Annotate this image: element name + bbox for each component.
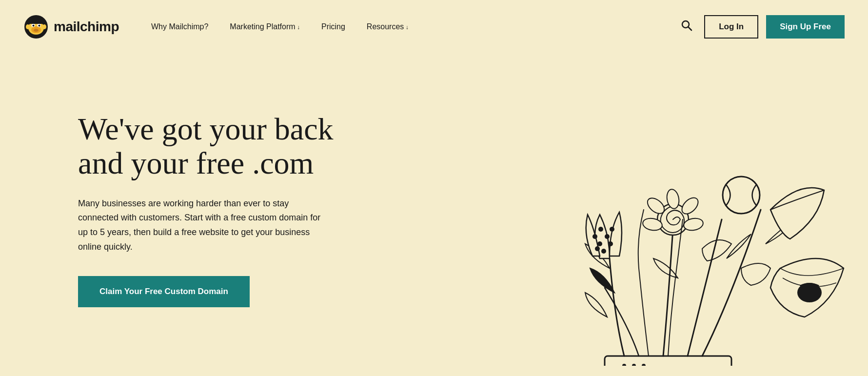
svg-point-23 xyxy=(595,246,600,251)
svg-point-21 xyxy=(601,249,606,254)
search-button[interactable] xyxy=(677,16,696,38)
svg-point-19 xyxy=(597,241,602,246)
nav-marketing-platform[interactable]: Marketing Platform xyxy=(221,18,309,36)
hero-description: Many businesses are working harder than … xyxy=(78,197,322,255)
svg-point-5 xyxy=(33,25,35,27)
svg-point-7 xyxy=(34,29,39,32)
logo-area[interactable]: mailchimp xyxy=(23,14,119,40)
nav-why-mailchimp[interactable]: Why Mailchimp? xyxy=(142,18,217,36)
nav-resources[interactable]: Resources xyxy=(358,18,417,36)
hero-title: We've got your back and your free .com xyxy=(78,112,341,181)
signup-button[interactable]: Sign Up Free xyxy=(766,15,845,39)
svg-point-18 xyxy=(605,234,610,239)
svg-point-9 xyxy=(42,24,46,29)
svg-point-22 xyxy=(592,234,597,239)
nav-links: Why Mailchimp? Marketing Platform Pricin… xyxy=(142,18,677,36)
svg-point-6 xyxy=(39,25,40,27)
cta-button[interactable]: Claim Your Free Custom Domain xyxy=(78,276,250,307)
hero-illustration xyxy=(468,83,868,366)
mailchimp-logo-icon xyxy=(23,14,49,40)
svg-point-24 xyxy=(610,227,614,232)
logo-text: mailchimp xyxy=(54,19,119,35)
svg-point-17 xyxy=(598,227,603,232)
hero-content: We've got your back and your free .com M… xyxy=(78,73,341,307)
search-icon xyxy=(681,20,692,31)
nav-pricing[interactable]: Pricing xyxy=(313,18,354,36)
hero-section: We've got your back and your free .com M… xyxy=(0,54,868,366)
flower-illustration-svg xyxy=(468,83,868,366)
nav-actions: Log In Sign Up Free xyxy=(677,15,845,39)
svg-point-8 xyxy=(26,24,30,29)
login-button[interactable]: Log In xyxy=(704,15,758,39)
svg-point-31 xyxy=(723,177,760,214)
svg-point-20 xyxy=(608,241,613,246)
navbar: mailchimp Why Mailchimp? Marketing Platf… xyxy=(0,0,868,54)
svg-line-11 xyxy=(689,27,692,31)
